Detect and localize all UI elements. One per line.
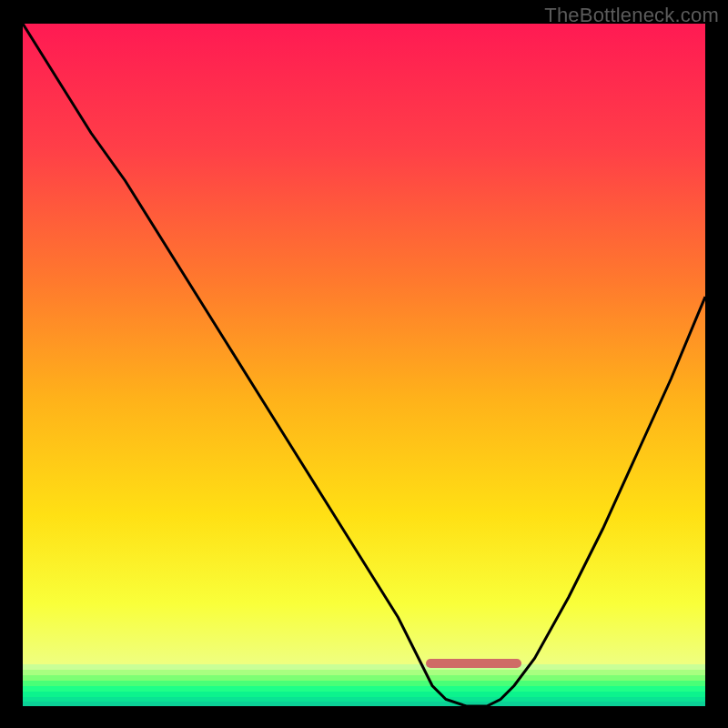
chart-frame: TheBottleneck.com bbox=[0, 0, 728, 728]
optimal-range-marker bbox=[426, 659, 521, 668]
bottleneck-curve-line bbox=[23, 24, 705, 706]
bottleneck-curve-svg bbox=[23, 24, 705, 706]
watermark-text: TheBottleneck.com bbox=[544, 4, 719, 27]
plot-area bbox=[23, 24, 705, 706]
